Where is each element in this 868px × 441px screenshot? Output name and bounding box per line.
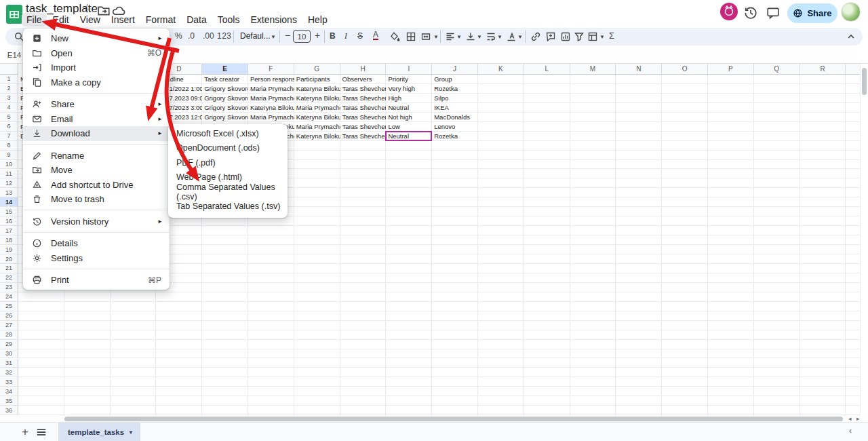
vertical-align-icon[interactable] bbox=[465, 31, 476, 42]
row-header-26[interactable]: 26 bbox=[0, 311, 18, 321]
cell-F2[interactable]: Maria Prymachenko bbox=[248, 84, 294, 94]
cell-H5[interactable]: Taras Shevchenko bbox=[340, 113, 387, 122]
cell-I7[interactable]: Neutral bbox=[386, 132, 432, 141]
row-header-22[interactable]: 22 bbox=[0, 273, 18, 283]
all-sheets-menu-icon[interactable] bbox=[35, 426, 47, 438]
file-menu-item-settings[interactable]: Settings bbox=[23, 251, 170, 266]
row-header-20[interactable]: 20 bbox=[0, 254, 18, 264]
grid-corner-box[interactable] bbox=[0, 64, 18, 75]
cell-G7[interactable]: Kateryna Bilokur bbox=[294, 132, 340, 141]
cell-I4[interactable]: Neutral bbox=[386, 103, 432, 113]
download-submenu-item-pdf[interactable]: PDF (.pdf) bbox=[168, 155, 288, 170]
text-rotation-icon[interactable] bbox=[506, 31, 517, 42]
cell-E3[interactable]: Grigory Skovoroda bbox=[202, 94, 248, 103]
row-header-19[interactable]: 19 bbox=[0, 245, 18, 254]
collapse-side-panel-icon[interactable]: ‹ bbox=[849, 426, 852, 436]
column-header-R[interactable]: R bbox=[800, 64, 846, 75]
merge-cells-icon[interactable] bbox=[420, 31, 431, 42]
row-header-25[interactable]: 25 bbox=[0, 302, 18, 311]
text-color-button[interactable]: A bbox=[373, 31, 378, 40]
file-menu-item-email[interactable]: Email► bbox=[23, 112, 170, 127]
font-family-select[interactable]: Defaul... bbox=[240, 31, 271, 41]
percent-format-button[interactable]: % bbox=[175, 31, 182, 41]
column-header-O[interactable]: O bbox=[662, 64, 708, 75]
cell-E4[interactable]: Grigory Skovoroda bbox=[202, 103, 248, 113]
borders-icon[interactable] bbox=[406, 31, 416, 42]
italic-button[interactable]: I bbox=[344, 31, 347, 41]
row-header-36[interactable]: 36 bbox=[0, 406, 18, 415]
row-header-4[interactable]: 4 bbox=[0, 103, 18, 113]
row-header-29[interactable]: 29 bbox=[0, 340, 18, 349]
cell-G1[interactable]: Participants bbox=[294, 75, 340, 84]
create-filter-icon[interactable] bbox=[574, 31, 585, 42]
column-header-G[interactable]: G bbox=[294, 64, 340, 75]
cell-E1[interactable]: Task creator bbox=[202, 75, 248, 84]
chevron-down-icon[interactable]: ▼ bbox=[517, 34, 523, 40]
cell-H6[interactable]: Taras Shevchenko bbox=[340, 122, 387, 132]
chevron-down-icon[interactable]: ▼ bbox=[271, 34, 276, 40]
text-wrap-icon[interactable] bbox=[486, 31, 496, 42]
vertical-scrollbar-thumb[interactable] bbox=[862, 68, 867, 95]
cell-J5[interactable]: MacDonalds bbox=[432, 113, 478, 122]
scroll-right-icon[interactable]: ▸ bbox=[856, 415, 860, 422]
row-header-16[interactable]: 16 bbox=[0, 216, 18, 226]
download-submenu-item-tsv[interactable]: Tab Separated Values (.tsv) bbox=[168, 199, 288, 214]
row-header-30[interactable]: 30 bbox=[0, 349, 18, 359]
row-header-24[interactable]: 24 bbox=[0, 292, 18, 302]
column-header-J[interactable]: J bbox=[432, 64, 478, 75]
column-header-F[interactable]: F bbox=[248, 64, 294, 75]
increase-decimal-button[interactable]: .00 bbox=[203, 31, 214, 41]
menubar-insert[interactable]: Insert bbox=[106, 13, 140, 26]
file-menu-item-move-to-trash[interactable]: Move to trash bbox=[23, 192, 170, 207]
cell-G2[interactable]: Kateryna Bilokur bbox=[294, 84, 340, 94]
decrease-decimal-button[interactable]: .0 bbox=[188, 31, 195, 41]
row-header-8[interactable]: 8 bbox=[0, 141, 18, 151]
row-header-11[interactable]: 11 bbox=[0, 170, 18, 179]
column-header-I[interactable]: I bbox=[386, 64, 432, 75]
horizontal-scrollbar-thumb[interactable] bbox=[64, 417, 843, 421]
menubar-data[interactable]: Data bbox=[182, 13, 212, 26]
sheet-tab-active[interactable]: template_tasks ▼ bbox=[58, 423, 140, 441]
file-menu-item-version-history[interactable]: Version history► bbox=[23, 214, 170, 229]
menubar-format[interactable]: Format bbox=[141, 13, 180, 26]
row-header-14[interactable]: 14 bbox=[0, 197, 18, 207]
download-submenu-item-ods[interactable]: OpenDocument (.ods) bbox=[168, 141, 288, 156]
increase-font-size-button[interactable]: + bbox=[315, 30, 320, 41]
chevron-down-icon[interactable]: ▼ bbox=[433, 34, 439, 40]
row-header-34[interactable]: 34 bbox=[0, 387, 18, 396]
collapse-toolbar-icon[interactable] bbox=[846, 32, 856, 41]
chevron-down-icon[interactable]: ▼ bbox=[477, 34, 482, 40]
cell-F5[interactable]: Maria Prymachenko bbox=[248, 113, 294, 122]
file-menu-item-import[interactable]: Import bbox=[23, 60, 170, 75]
cell-F1[interactable]: Person responsible bbox=[248, 75, 294, 84]
comments-icon[interactable] bbox=[766, 6, 780, 20]
file-menu-item-make-a-copy[interactable]: Make a copy bbox=[23, 75, 170, 90]
menubar-file[interactable]: File bbox=[22, 13, 47, 26]
row-header-5[interactable]: 5 bbox=[0, 113, 18, 122]
download-submenu-item-csv[interactable]: Comma Separated Values (.csv) bbox=[168, 185, 288, 199]
row-header-17[interactable]: 17 bbox=[0, 226, 18, 235]
chevron-down-icon[interactable]: ▼ bbox=[599, 34, 605, 40]
cell-G3[interactable]: Kateryna Bilokur bbox=[294, 94, 340, 103]
row-header-2[interactable]: 2 bbox=[0, 84, 18, 94]
table-views-icon[interactable] bbox=[587, 31, 598, 42]
share-button[interactable]: Share bbox=[787, 3, 837, 23]
row-header-7[interactable]: 7 bbox=[0, 132, 18, 141]
cell-F3[interactable]: Maria Prymachenko bbox=[248, 94, 294, 103]
cell-E2[interactable]: Grigory Skovoroda bbox=[202, 84, 248, 94]
sheets-logo-icon[interactable] bbox=[5, 4, 23, 24]
strikethrough-button[interactable]: S bbox=[357, 31, 363, 41]
fill-color-icon[interactable] bbox=[389, 31, 400, 42]
row-header-35[interactable]: 35 bbox=[0, 396, 18, 406]
add-sheet-button[interactable]: + bbox=[18, 425, 33, 440]
file-menu-item-print[interactable]: Print⌘P bbox=[23, 273, 170, 288]
collaborator-avatar[interactable] bbox=[720, 3, 738, 20]
download-submenu-item-xlsx[interactable]: Microsoft Excel (.xlsx) bbox=[168, 126, 288, 141]
cell-G6[interactable]: Maria Prymachenko bbox=[294, 122, 340, 132]
file-menu-item-add-shortcut-to-drive[interactable]: Add shortcut to Drive bbox=[23, 178, 170, 193]
version-history-icon[interactable] bbox=[743, 5, 758, 20]
cell-I2[interactable]: Very high bbox=[386, 84, 432, 94]
row-header-21[interactable]: 21 bbox=[0, 264, 18, 273]
row-header-28[interactable]: 28 bbox=[0, 330, 18, 340]
decrease-font-size-button[interactable]: − bbox=[285, 30, 290, 41]
